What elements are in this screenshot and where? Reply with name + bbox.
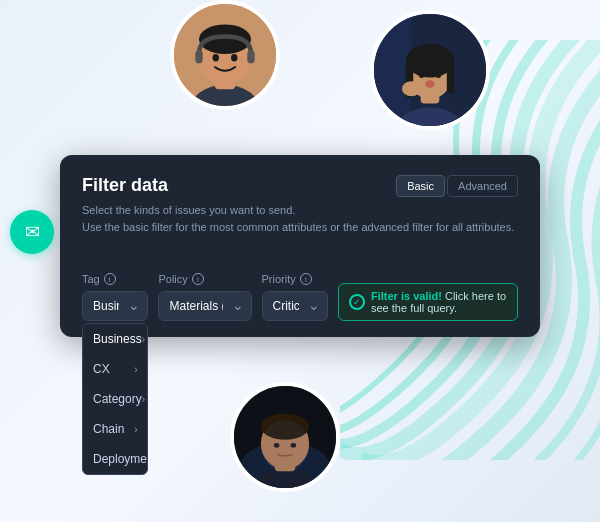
- svg-point-29: [261, 420, 309, 472]
- chevron-right-icon: ›: [142, 394, 145, 405]
- tag-dropdown-wrapper: Business: [82, 291, 148, 321]
- svg-rect-7: [195, 50, 202, 63]
- priority-label: Priority i: [262, 273, 328, 285]
- email-button[interactable]: ✉: [10, 210, 54, 254]
- policy-info-icon[interactable]: i: [192, 273, 204, 285]
- tag-dropdown-group: Tag i Business Business ›: [82, 273, 148, 321]
- avatar-man: [170, 0, 280, 110]
- policy-label: Policy i: [158, 273, 251, 285]
- svg-point-5: [212, 54, 218, 61]
- dropdown-item-cx[interactable]: CX ›: [83, 354, 147, 384]
- filter-description: Select the kinds of issues you want to s…: [82, 202, 518, 235]
- valid-check-icon: [349, 294, 365, 310]
- priority-select[interactable]: Critical: [262, 291, 328, 321]
- tag-info-icon[interactable]: i: [104, 273, 116, 285]
- policy-dropdown-group: Policy i Materials (369...: [158, 273, 251, 321]
- advanced-toggle[interactable]: Advanced: [447, 175, 518, 197]
- tag-select[interactable]: Business: [82, 291, 148, 321]
- chevron-right-icon: ›: [134, 364, 137, 375]
- scene: ✉ Filter data Select the kinds of issues…: [0, 0, 600, 522]
- svg-point-18: [436, 71, 442, 78]
- email-icon: ✉: [25, 221, 40, 243]
- basic-toggle[interactable]: Basic: [396, 175, 445, 197]
- tag-label: Tag i: [82, 273, 148, 285]
- svg-point-17: [419, 71, 425, 78]
- priority-dropdown-wrapper: Critical: [262, 291, 328, 321]
- dropdown-item-business[interactable]: Business ›: [83, 324, 147, 354]
- priority-dropdown-group: Priority i Critical: [262, 273, 328, 321]
- policy-dropdown-wrapper: Materials (369...: [158, 291, 251, 321]
- filter-valid-section: Filter is valid! Click here to see the f…: [338, 251, 518, 321]
- svg-point-6: [231, 54, 237, 61]
- filter-valid-message[interactable]: Filter is valid! Click here to see the f…: [338, 283, 518, 321]
- filter-row: Tag i Business Business ›: [82, 251, 518, 321]
- dropdown-item-category[interactable]: Category ›: [83, 384, 147, 414]
- dropdown-item-chain[interactable]: Chain ›: [83, 414, 147, 444]
- valid-text: Filter is valid! Click here to see the f…: [371, 290, 507, 314]
- avatar-woman-right: [370, 10, 490, 130]
- mode-toggle: Basic Advanced: [396, 175, 518, 197]
- filter-left-section: Tag i Business Business ›: [82, 273, 328, 321]
- priority-info-icon[interactable]: i: [300, 273, 312, 285]
- svg-point-20: [402, 81, 421, 96]
- svg-rect-8: [247, 50, 254, 63]
- policy-select[interactable]: Materials (369...: [158, 291, 251, 321]
- filter-card: Filter data Select the kinds of issues y…: [60, 155, 540, 337]
- chevron-right-icon: ›: [134, 424, 137, 435]
- tag-dropdown-open: Business › CX › Category ›: [82, 323, 148, 475]
- dropdown-item-deployment[interactable]: Deployment ›: [83, 444, 147, 474]
- svg-point-19: [425, 80, 434, 87]
- svg-rect-16: [447, 61, 454, 94]
- chevron-right-icon: ›: [142, 334, 145, 345]
- avatar-person-bottom: [230, 382, 340, 492]
